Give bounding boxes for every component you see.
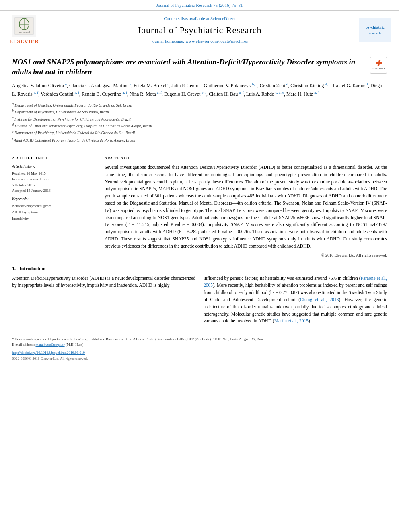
authors-line: Angélica Salatino-Oliveira a, Glaucia C.… (12, 81, 387, 99)
chang-ref[interactable]: Chang et al., 2013 (300, 297, 339, 302)
elsevier-wordmark: ELSEVIER (9, 38, 39, 45)
affiliation-c: c Institute for Developmental Psychiatry… (12, 116, 387, 123)
crossmark-label: CrossMark (372, 67, 385, 70)
abstract-column: ABSTRACT Several investigations document… (105, 152, 387, 258)
svg-text:tree symbol: tree symbol (19, 31, 30, 33)
article-history-group: Article history: Received 26 May 2015 Re… (12, 164, 97, 193)
email-link[interactable]: mara.hutz@ufrgs.br (35, 343, 64, 347)
affiliation-a: a Department of Genetics, Universidade F… (12, 102, 387, 109)
article-info-column: ARTICLE INFO Article history: Received 2… (12, 152, 97, 258)
journal-citation-bar: Journal of Psychiatric Research 75 (2016… (0, 0, 399, 11)
affiliation-b: b Department of Psychiatry, Universidade… (12, 109, 387, 115)
journal-title: Journal of Psychiatric Research (40, 24, 359, 37)
keywords-label: Keywords: (12, 197, 97, 202)
keyword-3: Impulsivity (12, 216, 97, 222)
contents-line: Contents lists available at ScienceDirec… (40, 16, 359, 22)
abstract-text: Several investigations documented that A… (105, 164, 387, 250)
crossmark-badge[interactable]: ✚ CrossMark (370, 57, 387, 74)
issn-line: 0022-3956/© 2016 Elsevier Ltd. All right… (12, 356, 387, 362)
intro-right-col: influenced by genetic factors; its herit… (204, 275, 387, 325)
affiliations-list: a Department of Genetics, Universidade F… (12, 102, 387, 144)
intro-left-text: Attention-Deficit/Hyperactivity Disorder… (12, 275, 195, 290)
intro-right-text: influenced by genetic factors; its herit… (204, 275, 387, 325)
keyword-1: Neurodevelopmental genes (12, 203, 97, 209)
intro-left-col: Attention-Deficit/Hyperactivity Disorder… (12, 275, 195, 325)
paper-header-section: NOS1 and SNAP25 polymorphisms are associ… (0, 49, 399, 148)
article-info-label: ARTICLE INFO (12, 156, 97, 161)
homepage-link[interactable]: www.elsevier.com/locate/psychires (185, 39, 248, 43)
sciencedirect-link[interactable]: ScienceDirect (210, 16, 235, 21)
paper-title: NOS1 and SNAP25 polymorphisms are associ… (12, 57, 387, 77)
keywords-group: Keywords: Neurodevelopmental genes ADHD … (12, 197, 97, 222)
email-footnote: E-mail address: mara.hutz@ufrgs.br (M.H.… (12, 342, 387, 348)
corresponding-footnote: * Corresponding author. Departamento de … (12, 337, 387, 342)
introduction-section: 1. Introduction Attention-Deficit/Hypera… (0, 258, 399, 329)
right-logo-line1: psychiatric (365, 25, 384, 31)
homepage-line: journal homepage: www.elsevier.com/locat… (40, 38, 359, 45)
martin-ref[interactable]: Martin et al., 2015 (274, 318, 309, 323)
revised-date: 5 October 2015 (12, 182, 97, 188)
journal-header: tree symbol ELSEVIER Contents lists avai… (0, 11, 399, 49)
article-info-abstract-section: ARTICLE INFO Article history: Received 2… (0, 148, 399, 258)
received-date: Received 26 May 2015 (12, 170, 97, 176)
introduction-two-col: Attention-Deficit/Hyperactivity Disorder… (12, 275, 387, 325)
accepted-date: Accepted 15 January 2016 (12, 188, 97, 193)
copyright-line: © 2016 Elsevier Ltd. All rights reserved… (105, 253, 387, 259)
affiliation-d: d Division of Child and Adolescent Psych… (12, 123, 387, 129)
abstract-label: ABSTRACT (105, 156, 387, 161)
journal-citation-text: Journal of Psychiatric Research 75 (2016… (156, 3, 243, 8)
doi-line[interactable]: http://dx.doi.org/10.1016/j.jpsychires.2… (12, 350, 387, 355)
history-label: Article history: (12, 164, 97, 170)
right-logo: psychiatric research (359, 18, 391, 42)
right-logo-line2: research (369, 31, 381, 36)
journal-header-center: Contents lists available at ScienceDirec… (40, 16, 359, 45)
received-revised-label: Received in revised form (12, 176, 97, 182)
affiliation-e: e Department of Psychiatry, Universidade… (12, 129, 387, 136)
faraone-ref[interactable]: Faraone et al., 2005 (204, 276, 387, 288)
affiliation-f: f Adult ADHD Outpatient Program, Hospita… (12, 137, 387, 144)
keyword-2: ADHD symptoms (12, 209, 97, 215)
introduction-heading: 1. Introduction (12, 265, 387, 272)
footnote-section: * Corresponding author. Departamento de … (12, 333, 387, 362)
elsevier-logo: tree symbol ELSEVIER (8, 15, 40, 45)
elsevier-logo-image: tree symbol (12, 15, 36, 37)
